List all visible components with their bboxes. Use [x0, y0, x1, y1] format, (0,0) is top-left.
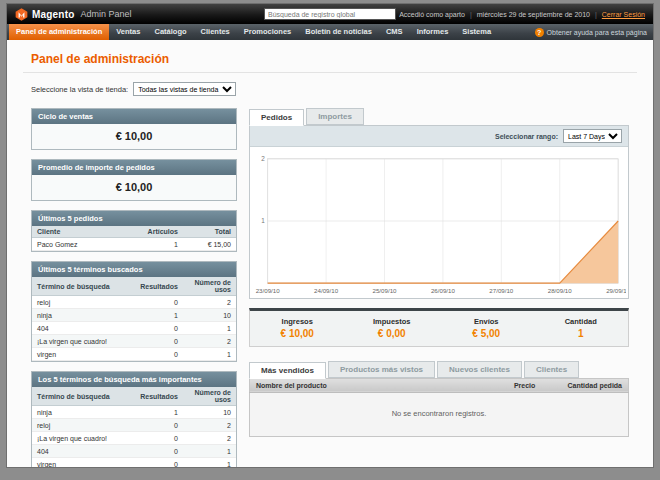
table-cell: 0 — [134, 296, 183, 309]
tab-amounts[interactable]: Importes — [306, 108, 364, 125]
admin-page: Magento Admin Panel Accedió como aparto … — [6, 3, 654, 468]
table-cell: reloj — [32, 419, 134, 432]
column-header: Resultados — [134, 277, 183, 296]
total-label: Cantidad — [534, 317, 629, 326]
total-value: 1 — [534, 328, 629, 339]
nav-item-reports[interactable]: Informes — [410, 24, 456, 40]
table-cell: 1 — [134, 238, 183, 251]
table-cell: 0 — [134, 432, 183, 445]
table-cell: € 15,00 — [183, 238, 236, 251]
help-icon: ? — [535, 28, 544, 37]
table-cell: ninja — [32, 406, 134, 419]
table-cell: 2 — [183, 432, 236, 445]
table-header-row: Nombre del productoPrecioCantidad pedida — [250, 378, 629, 392]
nav-item-promotions[interactable]: Promociones — [237, 24, 299, 40]
table-row: reloj02 — [32, 419, 236, 432]
table-cell: Paco Gomez — [32, 238, 134, 251]
products-tabs: Más vendidos Productos más vistos Nuevos… — [249, 361, 629, 378]
table-cell: 2 — [183, 296, 236, 309]
help-link[interactable]: ? Obtener ayuda para esta página — [535, 24, 651, 40]
screen: Magento Admin Panel Accedió como aparto … — [0, 0, 660, 480]
chart-tabs: Pedidos Importes — [249, 108, 629, 125]
svg-text:27/09/10: 27/09/10 — [489, 287, 514, 294]
table-row: Paco Gomez1€ 15,00 — [32, 238, 236, 251]
table-cell: 0 — [134, 348, 183, 361]
column-header: Precio — [458, 378, 541, 392]
total-revenue: Ingresos € 10,00 — [250, 317, 345, 339]
top-search-terms-table: Término de búsquedaResultadosNúmero de u… — [32, 387, 236, 468]
svg-text:28/09/10: 28/09/10 — [548, 287, 573, 294]
nav-item-catalog[interactable]: Catálogo — [147, 24, 193, 40]
table-cell: 2 — [183, 335, 236, 348]
separator: | — [595, 11, 597, 18]
nav-item-customers[interactable]: Clientes — [194, 24, 237, 40]
global-search-input[interactable] — [264, 8, 396, 20]
store-view-select[interactable]: Todas las vistas de tienda — [133, 82, 236, 96]
page-title: Panel de administración — [31, 52, 629, 66]
svg-text:26/09/10: 26/09/10 — [431, 287, 456, 294]
dashboard-main: Pedidos Importes Seleccionar rango: Last… — [249, 108, 629, 468]
tab-bestsellers[interactable]: Más vendidos — [249, 362, 326, 379]
table-cell: ninja — [32, 309, 134, 322]
range-bar: Seleccionar rango: Last 7 Days — [250, 126, 628, 147]
tab-customers[interactable]: Clientes — [524, 361, 579, 378]
total-value: € 5,00 — [439, 328, 534, 339]
table-header-row: Término de búsquedaResultadosNúmero de u… — [32, 277, 236, 296]
last-search-terms-table: Término de búsquedaResultadosNúmero de u… — [32, 277, 236, 361]
help-label: Obtener ayuda para esta página — [547, 29, 647, 36]
header-date: miércoles 29 de septiembre de 2010 — [477, 11, 590, 18]
card-title: Promedio de importe de pedidos — [32, 160, 236, 175]
table-cell: 0 — [134, 445, 183, 458]
table-header-row: Término de búsquedaResultadosNúmero de u… — [32, 387, 236, 406]
table-cell: 0 — [134, 322, 183, 335]
tab-new-customers[interactable]: Nuevos clientes — [437, 361, 522, 378]
table-cell: 10 — [183, 309, 236, 322]
total-quantity: Cantidad 1 — [534, 317, 629, 339]
nav-item-system[interactable]: Sistema — [455, 24, 498, 40]
total-value: € 10,00 — [250, 328, 345, 339]
main-nav: Panel de administración Ventas Catálogo … — [7, 24, 653, 40]
svg-text:2: 2 — [261, 155, 265, 162]
svg-text:23/09/10: 23/09/10 — [256, 287, 281, 294]
svg-text:25/09/10: 25/09/10 — [373, 287, 398, 294]
store-view-label: Seleccione la vista de tienda: — [31, 85, 128, 94]
table-cell: 404 — [32, 322, 134, 335]
table-cell: ¡La virgen que cuadro! — [32, 432, 134, 445]
range-label: Seleccionar rango: — [495, 133, 558, 140]
tab-most-viewed[interactable]: Productos más vistos — [328, 361, 435, 378]
card-title: Últimos 5 pedidos — [32, 211, 236, 226]
empty-message: No se encontraron registros. — [250, 392, 629, 436]
column-header: Cliente — [32, 226, 134, 238]
total-shipping: Envíos € 5,00 — [439, 317, 534, 339]
nav-item-newsletter[interactable]: Boletín de noticias — [298, 24, 379, 40]
card-title: Los 5 términos de búsqueda más important… — [32, 372, 236, 387]
nav-item-sales[interactable]: Ventas — [109, 24, 147, 40]
dashboard: Ciclo de ventas € 10,00 Promedio de impo… — [31, 108, 629, 468]
table-row: ninja110 — [32, 406, 236, 419]
top-search-terms-card: Los 5 términos de búsqueda más important… — [31, 371, 237, 468]
column-header: Número de usos — [183, 387, 236, 406]
products-table: Nombre del productoPrecioCantidad pedida… — [249, 378, 629, 437]
table-header-row: ClienteArtículosTotal — [32, 226, 236, 238]
separator: | — [470, 11, 472, 18]
tab-orders[interactable]: Pedidos — [249, 109, 304, 126]
logout-link[interactable]: Cerrar Sesión — [602, 11, 645, 18]
svg-text:29/09/10: 29/09/10 — [606, 287, 628, 294]
total-label: Envíos — [439, 317, 534, 326]
last-search-terms-card: Últimos 5 términos buscados Término de b… — [31, 261, 237, 362]
nav-item-dashboard[interactable]: Panel de administración — [9, 24, 109, 40]
table-row: ninja110 — [32, 309, 236, 322]
column-header: Total — [183, 226, 236, 238]
average-orders-card: Promedio de importe de pedidos € 10,00 — [31, 159, 237, 201]
totals-bar: Ingresos € 10,00 Impuestos € 0,00 Envíos… — [249, 308, 629, 347]
range-select[interactable]: Last 7 Days — [563, 129, 622, 143]
nav-item-cms[interactable]: CMS — [379, 24, 410, 40]
table-cell: 10 — [183, 406, 236, 419]
table-row: reloj02 — [32, 296, 236, 309]
total-tax: Impuestos € 0,00 — [345, 317, 440, 339]
column-header: Cantidad pedida — [541, 378, 628, 392]
brand-suffix: Admin Panel — [81, 9, 132, 19]
logged-in-text: Accedió como aparto — [399, 11, 465, 18]
brand: Magento Admin Panel — [15, 8, 264, 21]
session-info: Accedió como aparto | miércoles 29 de se… — [396, 11, 645, 18]
